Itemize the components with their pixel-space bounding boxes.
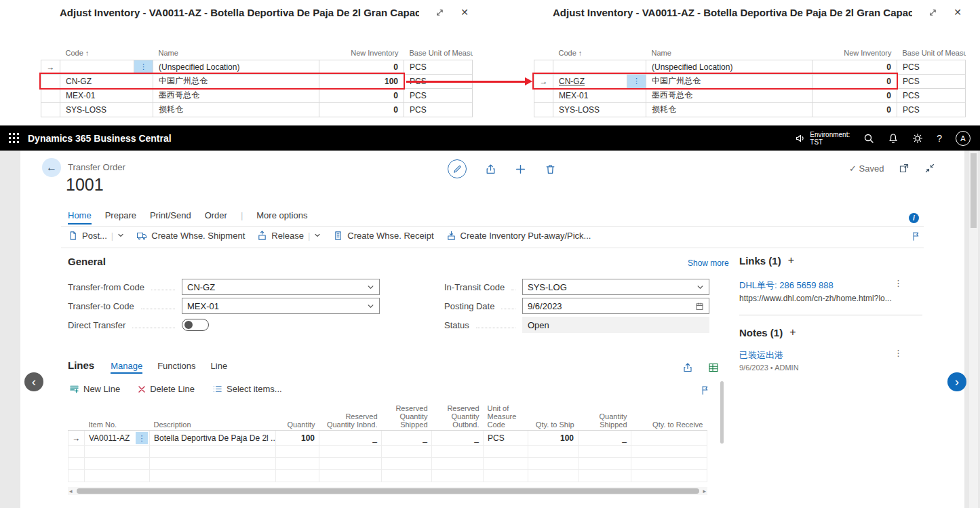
grid-cell-code[interactable]: SYS-LOSS <box>60 102 153 117</box>
table-row[interactable]: (Unspecified Location) 0 PCS <box>534 60 966 74</box>
close-icon[interactable]: ✕ <box>954 7 962 18</box>
collapse-icon[interactable] <box>924 163 935 174</box>
column-header-qty-shipped[interactable]: Quantity Shipped <box>579 403 631 431</box>
grid-cell-uom[interactable]: PCS <box>404 102 473 117</box>
grid-cell-reserved-outbnd[interactable]: _ <box>432 431 484 446</box>
share-icon[interactable] <box>682 362 693 373</box>
excel-icon[interactable] <box>708 362 719 373</box>
grid-cell-name[interactable]: 损耗仓 <box>153 102 319 117</box>
grid-cell-code[interactable] <box>553 60 646 74</box>
grid-cell-quantity[interactable]: 100 <box>276 431 319 446</box>
transfer-from-combobox[interactable]: CN-GZ <box>182 279 380 295</box>
dhl-link[interactable]: DHL单号: 286 5659 888 <box>739 279 834 292</box>
table-row-highlighted[interactable]: → CN-GZ ⋮ 中国广州总仓 0 PCS <box>534 74 966 88</box>
column-header-reserved-inbnd[interactable]: Reserved Quantity Inbnd. <box>319 403 382 431</box>
grid-cell-name[interactable]: (Unspecified Location) <box>153 60 319 74</box>
grid-cell-reserved-inbnd[interactable]: _ <box>319 431 382 446</box>
previous-record-button[interactable]: ‹ <box>24 372 43 391</box>
avatar[interactable]: A <box>956 131 971 146</box>
grid-cell-description[interactable]: Botella Deportiva De Paja De 2l ... <box>150 431 276 446</box>
grid-cell-code[interactable]: SYS-LOSS <box>553 102 646 117</box>
link-url[interactable]: https://www.dhl.com/cn-zh/home.html?lo..… <box>739 294 892 303</box>
posting-date-field[interactable]: 9/6/2023 <box>522 298 709 314</box>
empty-line-row[interactable] <box>68 470 707 482</box>
delete-trash-icon[interactable] <box>545 163 556 175</box>
lines-menu-manage[interactable]: Manage <box>111 361 142 374</box>
line-row[interactable]: → VA0011-AZ⋮ Botella Deportiva De Paja D… <box>68 431 707 446</box>
grid-cell-qty-to-receive[interactable] <box>631 431 707 446</box>
note-more-icon[interactable]: ⋮ <box>894 348 903 358</box>
tab-prepare[interactable]: Prepare <box>105 210 136 223</box>
lines-menu-line[interactable]: Line <box>211 361 228 372</box>
grid-cell-name[interactable]: 墨西哥总仓 <box>153 88 319 102</box>
cell-ellipsis-icon[interactable]: ⋮ <box>134 60 153 74</box>
notifications-bell-icon[interactable] <box>888 133 899 144</box>
column-header-code[interactable]: Code ↑ <box>553 46 646 60</box>
in-transit-combobox[interactable]: SYS-LOG <box>522 279 709 295</box>
transfer-to-combobox[interactable]: MEX-01 <box>182 298 380 314</box>
table-row[interactable]: MEX-01 墨西哥总仓 0 PCS <box>534 88 966 102</box>
empty-line-row[interactable] <box>68 446 707 458</box>
scrollbar-thumb[interactable] <box>971 153 977 228</box>
direct-transfer-toggle[interactable] <box>182 319 209 331</box>
close-icon[interactable]: ✕ <box>460 7 469 18</box>
column-header-description[interactable]: Description <box>150 403 276 431</box>
grid-cell-qty-shipped[interactable]: _ <box>579 431 631 446</box>
calendar-icon[interactable] <box>695 302 704 311</box>
column-header-new-inventory[interactable]: New Inventory <box>812 46 897 60</box>
grid-cell-name[interactable]: (Unspecified Location) <box>646 60 812 74</box>
show-more-link[interactable]: Show more <box>688 258 729 268</box>
column-header-quantity[interactable]: Quantity <box>276 403 319 431</box>
column-header-new-inventory[interactable]: New Inventory <box>319 46 404 60</box>
new-document-plus-icon[interactable] <box>515 163 526 175</box>
expand-icon[interactable] <box>435 8 444 17</box>
grid-cell-name[interactable]: 中国广州总仓 <box>646 74 812 88</box>
grid-cell-new-inventory[interactable]: 0 <box>319 60 404 74</box>
grid-cell-uom[interactable]: PCS <box>897 88 966 102</box>
tab-order[interactable]: Order <box>205 210 227 223</box>
release-button[interactable]: Release | <box>257 231 321 241</box>
lines-horizontal-scrollbar[interactable]: ◂ ▸ <box>68 487 707 495</box>
add-note-button[interactable]: + <box>789 326 796 338</box>
grid-cell-code[interactable]: MEX-01 <box>60 88 153 102</box>
table-row[interactable]: → ⋮ (Unspecified Location) 0 PCS <box>41 60 473 74</box>
column-header-reserved-outbnd[interactable]: Reserved Quantity Outbnd. <box>432 403 484 431</box>
column-header-code[interactable]: Code ↑ <box>60 46 153 60</box>
share-icon[interactable] <box>485 163 496 175</box>
grid-cell-code[interactable] <box>60 60 134 74</box>
grid-cell-new-inventory[interactable]: 0 <box>812 74 897 88</box>
post-button[interactable]: Post... | <box>68 231 124 241</box>
add-link-button[interactable]: + <box>788 254 794 267</box>
tab-home[interactable]: Home <box>68 210 92 224</box>
grid-cell-new-inventory[interactable]: 0 <box>319 102 404 117</box>
scroll-right-icon[interactable]: ▸ <box>703 488 706 494</box>
grid-cell-code[interactable]: CN-GZ <box>553 74 627 88</box>
open-in-window-icon[interactable] <box>899 163 909 174</box>
grid-cell-uom[interactable]: PCS <box>897 102 966 117</box>
column-header-qty-to-receive[interactable]: Qty. to Receive <box>631 403 707 431</box>
grid-cell-code[interactable]: MEX-01 <box>553 88 646 102</box>
grid-cell-name[interactable]: 中国广州总仓 <box>153 74 319 88</box>
grid-cell-new-inventory[interactable]: 0 <box>319 88 404 102</box>
bookmark-flag-icon[interactable] <box>911 231 921 241</box>
grid-cell-new-inventory[interactable]: 0 <box>812 102 897 117</box>
grid-cell-name[interactable]: 墨西哥总仓 <box>646 88 812 102</box>
bookmark-flag-icon[interactable] <box>700 385 710 395</box>
column-header-uom[interactable]: Base Unit of Measure <box>897 46 966 60</box>
page-vertical-scrollbar[interactable] <box>969 151 978 508</box>
grid-cell-qty-to-ship[interactable]: 100 <box>528 431 579 446</box>
select-items-button[interactable]: Select items... <box>212 384 282 394</box>
environment-indicator[interactable]: Environment: TST <box>795 131 850 146</box>
cell-ellipsis-icon[interactable]: ⋮ <box>136 432 148 444</box>
grid-cell-new-inventory[interactable]: 0 <box>812 60 897 74</box>
grid-cell-name[interactable]: 损耗仓 <box>646 102 812 117</box>
column-header-reserved-shipped[interactable]: Reserved Quantity Shipped <box>382 403 432 431</box>
grid-cell-uom[interactable]: PCS <box>484 431 528 446</box>
grid-cell-new-inventory[interactable]: 100 <box>319 74 404 88</box>
scrollbar-thumb[interactable] <box>77 488 699 494</box>
gear-icon[interactable] <box>912 133 923 144</box>
back-button[interactable]: ← <box>42 158 61 177</box>
waffle-menu-icon[interactable] <box>9 133 19 143</box>
chevron-down-icon[interactable] <box>367 302 374 310</box>
grid-cell-code[interactable]: CN-GZ <box>60 74 153 88</box>
